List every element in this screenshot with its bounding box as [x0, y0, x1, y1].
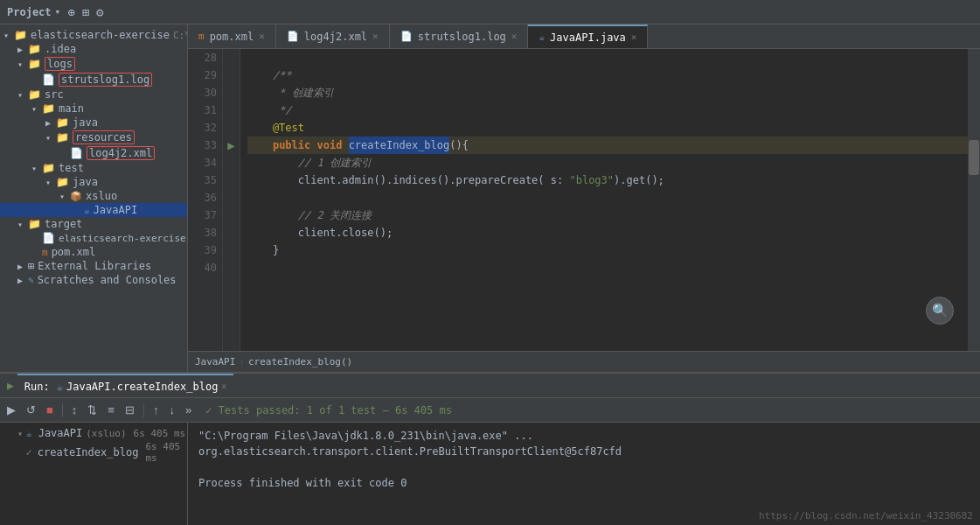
tab-strutslog[interactable]: 📄 strutslog1.log × [390, 24, 529, 48]
run-gutter-icon[interactable]: ▶ [227, 138, 234, 152]
tree-root[interactable]: ▾ 📁 elasticsearch-exercise C:\Us [0, 28, 187, 42]
collapse-button[interactable]: ⊟ [122, 402, 138, 418]
code-line-30: * 创建索引 [247, 84, 968, 102]
settings-icon[interactable]: ⚙ [96, 5, 103, 19]
tree-main[interactable]: ▾ 📁 main [0, 102, 187, 116]
pom-tab-close[interactable]: × [259, 31, 265, 42]
tree-resources[interactable]: ▾ 📁 resources [0, 130, 187, 145]
dropdown-arrow[interactable]: ▾ [55, 6, 61, 18]
run-tree-panel: ▾ ☕ JavaAPI (xsluo) 6s 405 ms ✓ createIn… [0, 423, 188, 525]
javaapi-label: JavaAPI [94, 204, 138, 216]
logs-label: logs [45, 57, 75, 71]
tree-javaapi[interactable]: ▶ ☕ JavaAPI [0, 203, 187, 217]
tree-test[interactable]: ▾ 📁 test [0, 161, 187, 175]
stop-button[interactable]: ■ [43, 402, 57, 418]
pom-tab-icon: m [198, 31, 205, 42]
log4j2-tab-icon: 📄 [287, 31, 299, 42]
tree-scratches[interactable]: ▶ ✎ Scratches and Consoles [0, 273, 187, 287]
run-tab-close[interactable]: × [221, 382, 226, 391]
editor-area: m pom.xml × 📄 log4j2.xml × 📄 strutslog1.… [188, 24, 980, 372]
breadcrumb-javaapi[interactable]: JavaAPI [195, 356, 235, 368]
javaapi-run-sublabel: (xsluo) [86, 428, 126, 439]
javaapi-tab-close[interactable]: × [631, 32, 637, 43]
add-icon[interactable]: ⊕ [67, 5, 74, 19]
search-float-button[interactable]: 🔍 [926, 297, 954, 325]
run-item-createindex[interactable]: ✓ createIndex_blog 6s 405 ms [0, 440, 187, 465]
console-output: "C:\Program Files\Java\jdk1.8.0_231\bin\… [188, 423, 980, 525]
log4j2-label: log4j2.xml [87, 146, 155, 160]
tab-log4j2[interactable]: 📄 log4j2.xml × [276, 24, 390, 48]
code-comment: * 创建索引 [247, 84, 334, 102]
tree-extlibs[interactable]: ▶ ⊞ External Libraries [0, 259, 187, 273]
line-numbers: 28 29 30 31 32 33 34 35 36 37 38 39 40 [188, 49, 223, 351]
project-sidebar: ▾ 📁 elasticsearch-exercise C:\Us ▶ 📁 .id… [0, 24, 188, 372]
javaapi-run-label: JavaAPI [38, 427, 83, 439]
code-space [342, 136, 348, 154]
strutslog-label: strutslog1.log [59, 73, 152, 87]
xsluo-arrow: ▾ [59, 192, 70, 201]
code-line-35: client.admin().indices().prepareCreate( … [247, 172, 968, 189]
project-tree: ▾ 📁 elasticsearch-exercise C:\Us ▶ 📁 .id… [0, 24, 187, 372]
sort2-button[interactable]: ⇅ [84, 402, 101, 418]
breadcrumb-method[interactable]: createIndex_blog() [248, 356, 352, 368]
tree-java-main[interactable]: ▶ 📁 java [0, 116, 187, 130]
tree-idea[interactable]: ▶ 📁 .idea [0, 42, 187, 56]
extlibs-icon: ⊞ [28, 260, 34, 272]
target-arrow: ▾ [17, 220, 28, 229]
scrollbar[interactable] [968, 49, 980, 351]
breadcrumb: JavaAPI › createIndex_blog() [188, 351, 980, 372]
tree-java-test[interactable]: ▾ 📁 java [0, 175, 187, 189]
javaapi-run-time: 6s 405 ms [134, 428, 186, 439]
main-icon: 📁 [42, 102, 55, 115]
root-arrow: ▾ [3, 31, 14, 40]
expand-button[interactable]: ≡ [104, 402, 118, 418]
breadcrumb-sep: › [239, 356, 245, 368]
tree-src[interactable]: ▾ 📁 src [0, 88, 187, 102]
log4j2-tab-close[interactable]: × [372, 31, 379, 42]
code-string: "blog3" [569, 172, 614, 189]
run-item-javaapi[interactable]: ▾ ☕ JavaAPI (xsluo) 6s 405 ms [0, 426, 187, 440]
resources-label: resources [73, 130, 135, 144]
down-button[interactable]: ↓ [165, 402, 178, 418]
tree-target[interactable]: ▾ 📁 target [0, 217, 187, 231]
tree-log4j2[interactable]: ▶ 📄 log4j2.xml [0, 145, 187, 161]
rerun-button[interactable]: ↺ [23, 402, 39, 418]
sync-icon[interactable]: ⊞ [82, 5, 89, 19]
run-tab[interactable]: Run: ☕ JavaAPI.createIndex_blog × [17, 374, 234, 397]
code-line-33: public void createIndex_blog (){ [247, 136, 968, 154]
code-text: client.admin().indices().prepareCreate( … [247, 172, 569, 189]
code-comment: /** [247, 66, 292, 84]
gutter: ▶ [223, 49, 240, 351]
test-arrow: ▾ [31, 164, 42, 173]
tree-iml[interactable]: ▶ 📄 elasticsearch-exercise.iml [0, 231, 187, 245]
pom-tab-label: pom.xml [210, 31, 254, 43]
tree-xsluo[interactable]: ▾ 📦 xsluo [0, 189, 187, 203]
search-float-icon: 🔍 [932, 303, 949, 318]
java-test-arrow: ▾ [45, 178, 56, 187]
bottom-tab-bar: ▶ Run: ☕ JavaAPI.createIndex_blog × [0, 374, 980, 398]
scrollbar-thumb[interactable] [969, 140, 979, 175]
code-editor[interactable]: 28 29 30 31 32 33 34 35 36 37 38 39 40 [188, 49, 980, 351]
iml-icon: 📄 [42, 232, 55, 244]
tab-javaapi[interactable]: ☕ JavaAPI.java × [528, 24, 648, 48]
run-tab-label: Run: [24, 381, 50, 393]
tree-strutslog[interactable]: ▶ 📄 strutslog1.log [0, 72, 187, 88]
console-line-3 [198, 459, 970, 475]
tab-pom[interactable]: m pom.xml × [188, 24, 276, 48]
resources-arrow: ▾ [45, 133, 56, 143]
prev-button[interactable]: » [182, 402, 195, 418]
run-button[interactable]: ▶ [3, 402, 19, 418]
log4j2-icon: 📄 [70, 147, 83, 159]
root-icon: 📁 [14, 29, 27, 41]
code-annotation: @Test [247, 119, 304, 136]
idea-label: .idea [45, 43, 76, 55]
sort-button[interactable]: ↕ [68, 402, 81, 418]
code-text: } [247, 242, 279, 259]
logs-arrow: ▾ [17, 60, 28, 69]
strutslog-tab-close[interactable]: × [511, 31, 518, 42]
up-button[interactable]: ↑ [149, 402, 163, 418]
tree-logs[interactable]: ▾ 📁 logs [0, 56, 187, 72]
javaapi-run-icon: ☕ [26, 428, 32, 439]
scratches-icon: ✎ [28, 275, 34, 286]
tree-pom[interactable]: ▶ m pom.xml [0, 245, 187, 259]
